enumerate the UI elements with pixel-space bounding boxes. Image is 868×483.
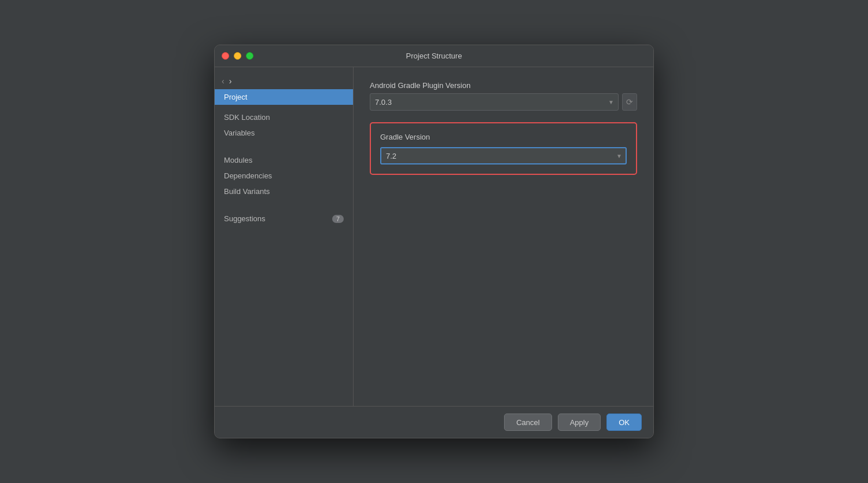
android-gradle-plugin-select-wrapper: 7.0.3 7.1.0 7.2.0 ▼ [370, 93, 619, 111]
main-content: Android Gradle Plugin Version 7.0.3 7.1.… [354, 67, 653, 406]
android-gradle-plugin-select[interactable]: 7.0.3 7.1.0 7.2.0 [370, 93, 619, 111]
ok-button[interactable]: OK [606, 414, 642, 431]
sidebar-item-dependencies[interactable]: Dependencies [215, 168, 353, 184]
maximize-button[interactable] [246, 52, 253, 60]
project-structure-dialog: Project Structure ‹ › Project SDK Locati… [214, 45, 654, 438]
gradle-version-select-wrapper: 7.2 7.3 7.4 7.5 ▼ [380, 147, 627, 164]
sidebar-item-build-variants[interactable]: Build Variants [215, 184, 353, 199]
dialog-body: ‹ › Project SDK Location Variables [215, 67, 653, 406]
android-gradle-plugin-label: Android Gradle Plugin Version [370, 81, 637, 90]
sidebar-item-project[interactable]: Project [215, 89, 353, 105]
sidebar-item-variables[interactable]: Variables [215, 125, 353, 141]
sync-button[interactable]: ⟳ [622, 93, 637, 111]
android-gradle-plugin-group: Android Gradle Plugin Version 7.0.3 7.1.… [370, 81, 637, 111]
gradle-version-select[interactable]: 7.2 7.3 7.4 7.5 [380, 147, 627, 164]
sidebar-section-sdk: SDK Location Variables [215, 109, 353, 141]
suggestions-badge: 7 [332, 215, 344, 223]
sidebar-item-label: Project [224, 93, 247, 101]
nav-header: ‹ › [215, 73, 353, 89]
sync-icon: ⟳ [626, 97, 633, 107]
apply-button[interactable]: Apply [558, 414, 601, 431]
sidebar-item-label: Suggestions [224, 214, 266, 223]
minimize-button[interactable] [234, 52, 241, 60]
gradle-version-label: Gradle Version [380, 133, 627, 141]
cancel-button[interactable]: Cancel [504, 414, 551, 431]
forward-arrow[interactable]: › [229, 76, 232, 86]
sidebar-section-modules: Modules Dependencies Build Variants [215, 152, 353, 199]
sidebar-item-label: Dependencies [224, 171, 272, 180]
sidebar-item-label: Variables [224, 129, 255, 137]
back-arrow[interactable]: ‹ [222, 76, 225, 86]
sidebar-item-suggestions[interactable]: Suggestions 7 [215, 211, 353, 226]
dialog-footer: Cancel Apply OK [215, 406, 653, 438]
gradle-version-section: Gradle Version 7.2 7.3 7.4 7.5 ▼ [370, 122, 637, 175]
traffic-lights [222, 52, 253, 60]
close-button[interactable] [222, 52, 229, 60]
sidebar-section-project: Project [215, 89, 353, 105]
sidebar-item-sdk-location[interactable]: SDK Location [215, 109, 353, 125]
android-gradle-plugin-row: 7.0.3 7.1.0 7.2.0 ▼ ⟳ [370, 93, 637, 111]
sidebar-section-suggestions: Suggestions 7 [215, 211, 353, 226]
sidebar-item-label: SDK Location [224, 113, 270, 122]
title-bar: Project Structure [215, 45, 653, 67]
window-title: Project Structure [406, 52, 462, 60]
sidebar-divider-1 [215, 145, 353, 152]
sidebar: ‹ › Project SDK Location Variables [215, 67, 354, 406]
sidebar-divider-2 [215, 204, 353, 211]
sidebar-item-modules[interactable]: Modules [215, 152, 353, 168]
sidebar-item-label: Build Variants [224, 187, 270, 196]
sidebar-item-label: Modules [224, 156, 252, 164]
